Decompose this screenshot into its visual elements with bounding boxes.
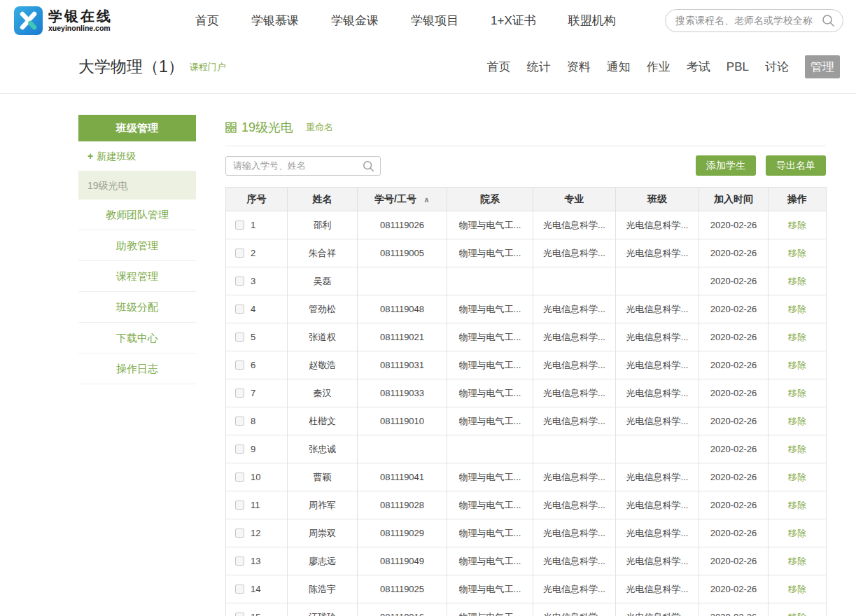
student-major: 光电信息科学...: [533, 603, 616, 616]
sidebar-item-new-class[interactable]: +新建班级: [78, 141, 196, 172]
student-class: 光电信息科学...: [616, 379, 699, 407]
remove-student-link[interactable]: 移除: [788, 388, 806, 398]
remove-student-link[interactable]: 移除: [788, 556, 806, 566]
row-checkbox[interactable]: [235, 304, 244, 314]
student-major: 光电信息科学...: [533, 379, 616, 407]
table-row: 2 朱合祥 081119005 物理与电气工... 光电信息科学... 光电信息…: [226, 239, 827, 267]
search-icon[interactable]: [822, 14, 835, 27]
join-date: 2020-02-26: [699, 575, 769, 603]
row-checkbox[interactable]: [235, 584, 244, 594]
remove-student-link[interactable]: 移除: [788, 472, 806, 482]
course-tab-materials[interactable]: 资料: [567, 59, 591, 75]
remove-student-link[interactable]: 移除: [788, 248, 806, 258]
new-class-label: 新建班级: [97, 150, 136, 162]
site-nav-mooc[interactable]: 学银慕课: [251, 13, 299, 29]
join-date: 2020-02-26: [699, 267, 769, 295]
remove-student-link[interactable]: 移除: [788, 612, 806, 616]
sidebar-item-class-assignment[interactable]: 班级分配: [78, 292, 196, 323]
plus-icon: +: [87, 150, 93, 162]
student-major: 光电信息科学...: [533, 519, 616, 547]
row-checkbox[interactable]: [235, 276, 244, 286]
student-class: 光电信息科学...: [616, 603, 699, 616]
row-checkbox[interactable]: [235, 332, 244, 342]
table-row: 12 周崇双 081119029 物理与电气工... 光电信息科学... 光电信…: [226, 519, 827, 547]
student-name: 周祚军: [288, 491, 358, 519]
course-title: 大学物理（1）: [78, 56, 184, 78]
join-date: 2020-02-26: [699, 547, 769, 575]
table-controls: 添加学生 导出名单: [225, 155, 826, 176]
course-tab-notice[interactable]: 通知: [607, 59, 631, 75]
student-class: 光电信息科学...: [616, 295, 699, 323]
remove-student-link[interactable]: 移除: [788, 416, 806, 426]
row-checkbox[interactable]: [235, 360, 244, 370]
site-nav-home[interactable]: 首页: [195, 13, 219, 29]
site-nav-certificate[interactable]: 1+X证书: [491, 13, 536, 29]
site-nav-project[interactable]: 学银项目: [411, 13, 458, 29]
brand-name: 学银在线: [48, 8, 113, 24]
xueyin-logo-icon: [14, 6, 43, 35]
join-date: 2020-02-26: [699, 351, 769, 379]
export-roster-button[interactable]: 导出名单: [766, 155, 826, 176]
course-tab-statistics[interactable]: 统计: [527, 59, 551, 75]
row-checkbox[interactable]: [235, 500, 244, 510]
row-checkbox[interactable]: [235, 416, 244, 426]
sort-ascending-icon: ∧: [423, 195, 430, 204]
remove-student-link[interactable]: 移除: [788, 276, 806, 286]
remove-student-link[interactable]: 移除: [788, 360, 806, 370]
join-date: 2020-02-26: [699, 435, 769, 463]
join-date: 2020-02-26: [699, 407, 769, 435]
remove-student-link[interactable]: 移除: [788, 584, 806, 594]
row-checkbox[interactable]: [235, 220, 244, 230]
row-checkbox[interactable]: [235, 444, 244, 454]
course-tab-home[interactable]: 首页: [487, 59, 511, 75]
row-checkbox[interactable]: [235, 388, 244, 398]
student-class: 光电信息科学...: [616, 407, 699, 435]
sidebar-item-operation-log[interactable]: 操作日志: [78, 354, 196, 384]
row-checkbox[interactable]: [235, 556, 244, 566]
sidebar-item-course-management[interactable]: 课程管理: [78, 261, 196, 292]
remove-student-link[interactable]: 移除: [788, 220, 806, 230]
remove-student-link[interactable]: 移除: [788, 528, 806, 538]
header-actions: 操作: [769, 188, 827, 211]
sidebar-item-teacher-team[interactable]: 教师团队管理: [78, 200, 196, 230]
remove-student-link[interactable]: 移除: [788, 500, 806, 510]
student-search-input[interactable]: [225, 156, 381, 176]
header-student-id-sortable[interactable]: 学号/工号∧: [358, 188, 447, 211]
remove-student-link[interactable]: 移除: [788, 444, 806, 454]
site-search-input[interactable]: [665, 9, 843, 32]
student-table: 序号 姓名 学号/工号∧ 院系 专业 班级 加入时间 操作 1 邵利 08111…: [225, 187, 827, 616]
course-tab-homework[interactable]: 作业: [647, 59, 671, 75]
sidebar-item-download-center[interactable]: 下载中心: [78, 323, 196, 354]
main-panel: 19级光电 重命名 添加学生 导出名单: [225, 115, 826, 616]
student-search-icon[interactable]: [363, 160, 374, 172]
course-tab-discussion[interactable]: 讨论: [765, 59, 789, 75]
sidebar-item-class-19-optoelectronics[interactable]: 19级光电: [78, 172, 196, 200]
add-student-button[interactable]: 添加学生: [696, 155, 756, 176]
row-checkbox[interactable]: [235, 248, 244, 258]
row-checkbox[interactable]: [235, 528, 244, 538]
row-checkbox[interactable]: [235, 612, 244, 616]
row-checkbox[interactable]: [235, 472, 244, 482]
course-tab-manage[interactable]: 管理: [805, 55, 840, 78]
row-index: 12: [251, 528, 260, 538]
sidebar-item-assistant[interactable]: 助教管理: [78, 230, 196, 261]
site-nav-alliance[interactable]: 联盟机构: [568, 13, 616, 29]
remove-student-link[interactable]: 移除: [788, 332, 806, 342]
student-id: 081119041: [358, 463, 447, 491]
remove-student-link[interactable]: 移除: [788, 304, 806, 314]
row-index: 3: [251, 276, 255, 286]
student-class: 光电信息科学...: [616, 491, 699, 519]
site-logo[interactable]: 学银在线 xueyinonline.com: [14, 6, 113, 35]
course-portal-link[interactable]: 课程门户: [190, 61, 226, 74]
table-row: 4 管劲松 081119048 物理与电气工... 光电信息科学... 光电信息…: [226, 295, 827, 323]
student-major: [533, 435, 616, 463]
rename-link[interactable]: 重命名: [306, 121, 333, 134]
student-name: 管劲松: [288, 295, 358, 323]
course-tabs: 首页 统计 资料 通知 作业 考试 PBL 讨论 管理: [487, 55, 840, 78]
student-department: 物理与电气工...: [447, 351, 533, 379]
course-tab-pbl[interactable]: PBL: [727, 60, 749, 74]
course-tab-exam[interactable]: 考试: [687, 59, 710, 75]
site-nav-goldcourse[interactable]: 学银金课: [331, 13, 379, 29]
student-id: [358, 435, 447, 463]
student-search: [225, 156, 381, 176]
